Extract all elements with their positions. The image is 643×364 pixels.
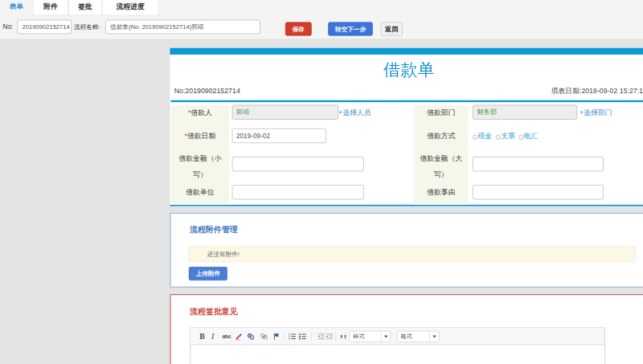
svg-text:3: 3 (289, 337, 290, 340)
